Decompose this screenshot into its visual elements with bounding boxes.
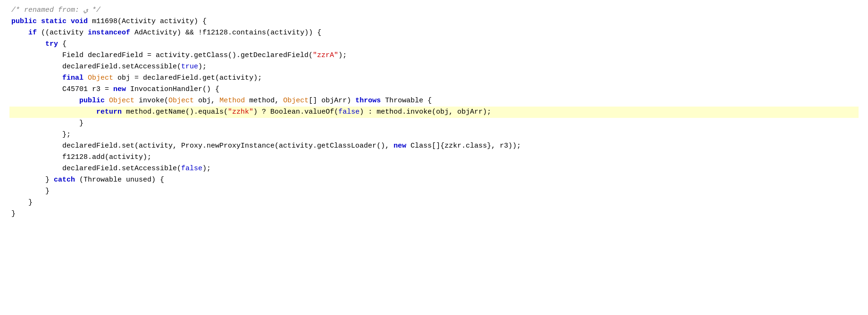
code-token: Object [88,74,113,82]
code-token: ); [202,165,211,173]
code-token: method, [245,97,283,105]
code-token: ) ? Boolean.valueOf( [253,108,338,116]
code-line: return method.getName().equals("zzhk") ?… [9,107,859,118]
code-token [11,108,96,116]
code-token: return [96,108,122,116]
code-token: f12128.add(activity); [11,153,151,161]
code-token [11,74,62,82]
code-line: declaredField.set(activity, Proxy.newPro… [9,141,859,152]
code-token: final [62,74,83,82]
code-token: } [11,187,50,195]
code-token: ) : method.invoke(obj, objArr); [359,108,491,116]
code-token: [] objArr) [309,97,355,105]
code-line: } [9,118,859,129]
code-token: declaredField.setAccessible( [11,63,181,71]
code-token: ); [198,63,207,71]
code-token: AdActivity) && !f12128.contains(activity… [130,29,321,37]
code-token: }; [11,131,71,139]
code-token: /* renamed from: ي */ [11,6,100,14]
code-token: } [11,199,33,207]
code-token: "zzrA" [313,51,338,59]
code-token: static [41,17,67,25]
code-token: true [181,63,198,71]
code-token: catch [54,176,75,184]
code-token: Object [283,97,309,105]
code-token: obj, [194,97,219,105]
code-token [11,97,79,105]
code-token: if [28,29,37,37]
code-token: } [11,210,16,218]
code-line: final Object obj = declaredField.get(act… [9,73,859,84]
code-token: Field declaredField = activity.getClass(… [11,51,313,59]
code-line: }; [9,129,859,141]
code-token: void [71,17,88,25]
code-token: m11698(Activity activity) { [88,17,207,25]
code-token [11,40,45,48]
code-line: try { [9,39,859,50]
code-token: throws [355,97,381,105]
code-line: C45701 r3 = new InvocationHandler() { [9,84,859,95]
code-line: public static void m11698(Activity activ… [9,16,859,27]
code-line: if ((activity instanceof AdActivity) && … [9,27,859,39]
code-line: } [9,186,859,197]
code-token: Method [219,97,245,105]
code-token: Object [168,97,194,105]
code-token: declaredField.setAccessible( [11,165,181,173]
code-token [37,17,41,25]
code-line: /* renamed from: ي */ [9,5,859,16]
code-token: { [58,40,67,48]
code-token: Object [109,97,134,105]
code-token: new [393,142,406,150]
code-token [83,74,88,82]
code-line: declaredField.setAccessible(true); [9,61,859,73]
code-token: InvocationHandler() { [126,85,219,93]
code-token: invoke( [134,97,168,105]
code-token: instanceof [88,29,130,37]
code-token: Class[]{zzkr.class}, r3)); [406,142,521,150]
code-token [105,97,109,105]
code-line: declaredField.setAccessible(false); [9,163,859,174]
code-token: public [79,97,105,105]
code-token: C45701 r3 = [11,85,113,93]
code-token: (Throwable unused) { [75,176,164,184]
code-token: ((activity [37,29,88,37]
code-token: Throwable { [381,97,432,105]
code-token: ); [338,51,347,59]
code-line: } [9,197,859,208]
code-token: method.getName().equals( [122,108,228,116]
code-line: } [9,208,859,220]
code-line: Field declaredField = activity.getClass(… [9,50,859,61]
code-line: } catch (Throwable unused) { [9,174,859,186]
code-token: "zzhk" [228,108,253,116]
code-token: public [11,17,37,25]
code-token: } [11,176,54,184]
code-token: false [181,165,202,173]
code-viewer: /* renamed from: ي */ public static void… [9,5,859,220]
code-line: public Object invoke(Object obj, Method … [9,95,859,107]
code-token [11,29,28,37]
code-token: } [11,119,83,127]
code-token: new [113,85,126,93]
code-token: false [338,108,359,116]
code-token: declaredField.set(activity, Proxy.newPro… [11,142,393,150]
code-token: obj = declaredField.get(activity); [113,74,262,82]
code-line: f12128.add(activity); [9,152,859,163]
code-token [67,17,71,25]
code-token: try [45,40,58,48]
